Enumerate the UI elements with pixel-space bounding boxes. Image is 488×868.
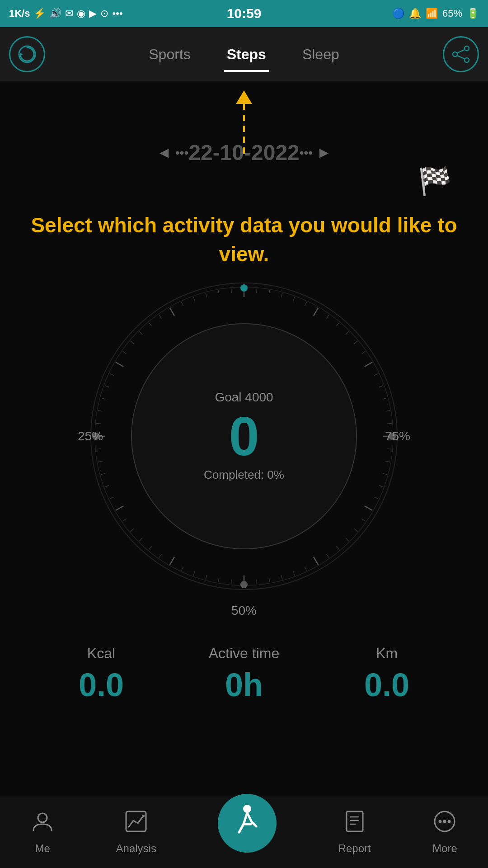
tabs-container: Sports Steps Sleep xyxy=(45,37,443,72)
report-label: Report xyxy=(338,842,371,855)
status-bar: 1K/s ⚡ 🔊 ✉ ◉ ▶ ⊙ ••• 10:59 🔵 🔔 📶 65% 🔋 xyxy=(0,0,488,27)
svg-point-89 xyxy=(439,820,442,823)
analysis-label: Analysis xyxy=(116,842,156,855)
svg-point-4 xyxy=(453,52,457,57)
km-label: Km xyxy=(376,645,398,662)
svg-point-91 xyxy=(448,820,451,823)
tab-sleep[interactable]: Sleep xyxy=(284,37,357,72)
km-value: 0.0 xyxy=(364,666,409,703)
completed-label: Completed: 0% xyxy=(204,468,284,482)
svg-point-3 xyxy=(465,58,469,62)
status-right-icons: 🔵 🔔 📶 65% 🔋 xyxy=(392,8,479,19)
me-label: Me xyxy=(35,842,50,855)
more-label: More xyxy=(432,842,457,855)
steps-value: 0 xyxy=(229,409,259,463)
status-left-icons: 1K/s ⚡ 🔊 ✉ ◉ ▶ ⊙ ••• xyxy=(9,8,123,19)
battery-text: 65% xyxy=(442,8,462,19)
dot-top xyxy=(240,284,248,292)
next-nav[interactable]: ••• ► xyxy=(300,144,332,161)
icon4: ◉ xyxy=(77,8,85,19)
icon3: ✉ xyxy=(65,8,73,19)
share-button[interactable] xyxy=(443,36,479,72)
svg-point-90 xyxy=(443,820,446,823)
active-time-value: 0h xyxy=(225,666,263,703)
svg-rect-84 xyxy=(347,811,363,831)
nav-analysis[interactable]: Analysis xyxy=(116,810,156,855)
pct-75-label: 75% xyxy=(385,429,410,443)
svg-point-82 xyxy=(142,815,145,817)
svg-point-80 xyxy=(38,813,47,822)
active-time-label: Active time xyxy=(209,645,279,662)
more-icons: ••• xyxy=(112,8,122,19)
bluetooth-icon: 🔵 xyxy=(392,8,404,19)
flag-icon: 🏁 xyxy=(418,165,452,197)
nav-report[interactable]: Report xyxy=(338,810,371,855)
gauge-container: /* ticks generated below */ 25% 75% Goal… xyxy=(86,278,402,594)
tab-sports[interactable]: Sports xyxy=(131,37,208,72)
stat-kcal: Kcal 0.0 xyxy=(79,645,124,703)
nav-center[interactable] xyxy=(218,794,277,853)
icon5: ▶ xyxy=(89,8,97,19)
prev-arrow-icon: ◄ xyxy=(156,144,172,161)
prev-nav[interactable]: ◄ ••• xyxy=(156,144,188,161)
prev-dots: ••• xyxy=(175,146,188,160)
icon2: 🔊 xyxy=(49,8,61,19)
icon6: ⊙ xyxy=(100,8,108,19)
pct-50-label: 50% xyxy=(231,604,257,618)
svg-point-83 xyxy=(243,805,251,813)
instruction-text: Select which activity data you would lik… xyxy=(0,202,488,278)
header: Sports Steps Sleep xyxy=(0,27,488,81)
goal-label: Goal 4000 xyxy=(215,390,273,405)
dot-bottom xyxy=(240,581,248,588)
gauge-outer: 25% 75% Goal 4000 0 Completed: 0% xyxy=(90,283,398,590)
next-dots: ••• xyxy=(300,146,313,160)
stat-km: Km 0.0 xyxy=(364,645,409,703)
gauge-inner: Goal 4000 0 Completed: 0% xyxy=(131,323,357,549)
svg-line-5 xyxy=(457,50,465,53)
main-content: ◄ ••• 22-10-2022 ••• ► 🏁 Select which ac… xyxy=(0,81,488,722)
nav-me[interactable]: Me xyxy=(31,810,54,855)
bell-icon: 🔔 xyxy=(409,8,421,19)
center-nav-icon xyxy=(229,802,265,845)
more-icon xyxy=(433,810,456,839)
kcal-value: 0.0 xyxy=(79,666,124,703)
usb-icon: ⚡ xyxy=(33,8,46,19)
stats-row: Kcal 0.0 Active time 0h Km 0.0 xyxy=(0,627,488,722)
pct-25-label: 25% xyxy=(78,429,103,443)
svg-line-6 xyxy=(457,56,465,59)
arrow-up-icon xyxy=(236,90,252,104)
next-arrow-icon: ► xyxy=(316,144,332,161)
stat-active-time: Active time 0h xyxy=(209,645,279,703)
svg-point-2 xyxy=(465,46,469,51)
tab-steps[interactable]: Steps xyxy=(209,37,284,72)
refresh-button[interactable] xyxy=(9,36,45,72)
kcal-label: Kcal xyxy=(87,645,115,662)
network-speed: 1K/s xyxy=(9,8,30,19)
analysis-icon xyxy=(124,810,148,839)
battery-icon: 🔋 xyxy=(467,8,479,19)
status-time: 10:59 xyxy=(227,6,262,21)
svg-marker-1 xyxy=(20,53,23,56)
me-icon xyxy=(31,810,54,839)
nav-more[interactable]: More xyxy=(432,810,457,855)
bottom-nav: Me Analysis xyxy=(0,796,488,868)
date-nav: ◄ ••• 22-10-2022 ••• ► xyxy=(129,122,359,174)
wifi-icon: 📶 xyxy=(426,8,438,19)
date-display: 22-10-2022 xyxy=(188,140,300,165)
report-icon xyxy=(343,810,366,839)
